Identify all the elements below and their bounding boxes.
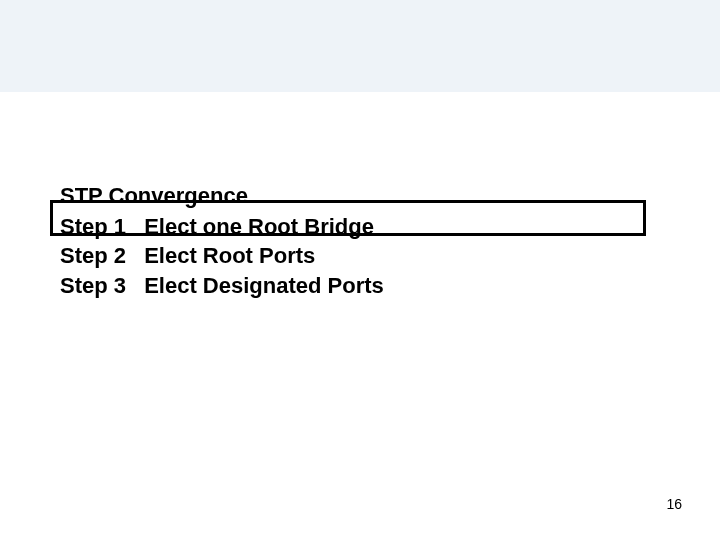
heading: STP Convergence — [60, 182, 660, 210]
step-1-label: Step 1 — [60, 212, 138, 242]
step-3-label: Step 3 — [60, 271, 138, 301]
step-2-label: Step 2 — [60, 241, 138, 271]
header-band — [0, 0, 720, 92]
page-number: 16 — [666, 496, 682, 512]
step-1-text: Elect one Root Bridge — [144, 214, 374, 239]
step-3-text: Elect Designated Ports — [144, 273, 384, 298]
step-row-3: Step 3 Elect Designated Ports — [60, 271, 660, 301]
step-2-text: Elect Root Ports — [144, 243, 315, 268]
content-block: STP Convergence Step 1 Elect one Root Br… — [60, 182, 660, 301]
step-row-2: Step 2 Elect Root Ports — [60, 241, 660, 271]
step-row-1: Step 1 Elect one Root Bridge — [60, 212, 660, 242]
